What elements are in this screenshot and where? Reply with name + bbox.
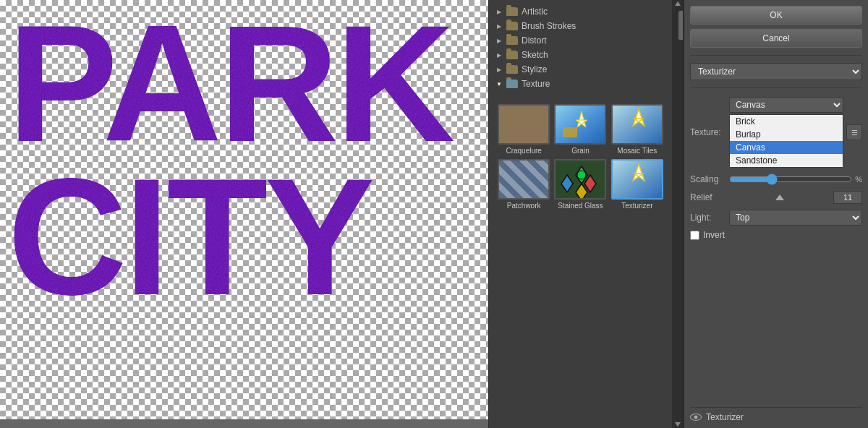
thumb-craquelure[interactable]: Craquelure: [498, 104, 550, 155]
texture-menu-button[interactable]: ☰: [846, 124, 862, 140]
arrow-icon-texture: ▼: [495, 80, 503, 88]
filter-item-texture[interactable]: ▼ Texture: [489, 77, 672, 91]
patchwork-preview: [499, 160, 548, 198]
thumb-label-texturizer: Texturizer: [621, 202, 652, 210]
right-panel: OK Cancel Texturizer Texture: Canvas Bri…: [684, 0, 868, 428]
filter-item-artistic[interactable]: ▶ Artistic: [489, 4, 672, 19]
thumb-stained-glass[interactable]: Stained Glass: [554, 159, 606, 210]
texture-param-row: Texture: Canvas Brick Burlap Canvas Sand…: [690, 97, 862, 168]
bottom-filter-bar: Texturizer: [690, 407, 862, 422]
dropdown-item-brick[interactable]: Brick: [730, 115, 843, 128]
bottom-filter-label: Texturizer: [706, 412, 744, 422]
thumb-grain[interactable]: Grain: [554, 104, 606, 155]
arrow-icon-stylize: ▶: [495, 65, 503, 74]
thumb-img-craquelure: [498, 104, 550, 145]
thumb-img-grain: [554, 104, 606, 145]
filter-type-row: Texturizer: [690, 63, 862, 80]
dropdown-item-canvas[interactable]: Canvas: [730, 141, 843, 154]
filter-list: ▶ Artistic ▶ Brush Strokes ▶ Distort ▶: [489, 0, 672, 95]
arrow-icon-artistic: ▶: [495, 7, 503, 16]
canvas-preview: PARK CITY: [0, 0, 488, 419]
texture-select[interactable]: Canvas: [729, 97, 843, 113]
light-label: Light:: [690, 213, 726, 223]
thumb-img-mosaic: [611, 104, 663, 145]
filter-type-select[interactable]: Texturizer: [690, 63, 862, 80]
filter-label-distort: Distort: [522, 35, 547, 46]
filter-label-sketch: Sketch: [522, 50, 548, 60]
scroll-thumb[interactable]: [678, 11, 684, 40]
relief-slider-arrow[interactable]: [775, 194, 784, 200]
texturizer-svg: [613, 160, 663, 200]
filter-panel: ▶ Artistic ▶ Brush Strokes ▶ Distort ▶: [488, 0, 684, 428]
relief-value: 11: [833, 191, 862, 204]
thumb-label-grain: Grain: [571, 147, 589, 155]
folder-icon-brush: [506, 22, 518, 30]
cancel-button[interactable]: Cancel: [690, 29, 862, 48]
arrow-icon-brush: ▶: [495, 22, 503, 30]
filter-panel-scrollbar[interactable]: [672, 0, 683, 428]
scroll-down-arrow[interactable]: [675, 422, 681, 427]
thumb-img-texturizer: [611, 159, 663, 200]
texture-grid: Craquelure: [495, 98, 666, 215]
dropdown-item-sandstone[interactable]: Sandstone: [730, 154, 843, 167]
mosaic-svg: [613, 106, 663, 145]
thumb-label-patchwork: Patchwork: [507, 202, 541, 210]
texture-select-container: Canvas Brick Burlap Canvas Sandstone: [729, 97, 843, 168]
thumb-img-stained: [554, 159, 606, 200]
texture-dropdown: Brick Burlap Canvas Sandstone: [729, 114, 843, 168]
texture-section: Craquelure: [489, 95, 672, 218]
thumb-label-mosaic: Mosaic Tiles: [617, 147, 657, 155]
folder-icon-artistic: [506, 7, 518, 16]
divider-2: [690, 87, 862, 88]
folder-icon-texture: [506, 80, 518, 88]
thumb-img-patchwork: [498, 159, 550, 200]
filter-item-distort[interactable]: ▶ Distort: [489, 33, 672, 48]
relief-row: Relief 11: [690, 191, 862, 204]
divider-1: [690, 55, 862, 56]
text-overlay: PARK CITY: [0, 0, 488, 419]
eye-icon[interactable]: [690, 414, 702, 421]
craquelure-preview: [499, 106, 548, 143]
scroll-up-arrow[interactable]: [675, 1, 681, 6]
filter-label-brush: Brush Strokes: [522, 21, 576, 31]
light-select[interactable]: Top: [729, 210, 862, 226]
arrow-icon-distort: ▶: [495, 36, 503, 45]
filter-item-sketch[interactable]: ▶ Sketch: [489, 48, 672, 62]
thumb-texturizer[interactable]: Texturizer: [611, 159, 663, 210]
filter-item-stylize[interactable]: ▶ Stylize: [489, 62, 672, 77]
stained-svg: [556, 160, 606, 200]
folder-icon-stylize: [506, 65, 518, 74]
folder-icon-sketch: [506, 51, 518, 59]
thumb-patchwork[interactable]: Patchwork: [498, 159, 550, 210]
percent-label: %: [855, 175, 862, 184]
ok-button[interactable]: OK: [690, 6, 862, 25]
relief-label: Relief: [690, 192, 726, 202]
filter-label-artistic: Artistic: [522, 7, 548, 17]
scaling-row: Scaling %: [690, 174, 862, 185]
thumb-label-stained: Stained Glass: [558, 202, 603, 210]
svg-rect-3: [563, 127, 577, 137]
invert-checkbox[interactable]: [690, 231, 699, 240]
invert-label: Invert: [703, 230, 725, 240]
arrow-icon-sketch: ▶: [495, 51, 503, 59]
invert-row: Invert: [690, 230, 862, 240]
scaling-slider[interactable]: [729, 174, 852, 185]
menu-icon: ☰: [851, 129, 858, 137]
light-row: Light: Top: [690, 210, 862, 226]
scaling-label: Scaling: [690, 174, 726, 184]
svg-point-9: [577, 171, 586, 179]
texture-param-label: Texture:: [690, 127, 726, 137]
text-line-park: PARK: [0, 7, 452, 160]
filter-label-stylize: Stylize: [522, 64, 547, 74]
dropdown-item-burlap[interactable]: Burlap: [730, 128, 843, 141]
filter-label-texture: Texture: [522, 79, 550, 89]
thumb-label-craquelure: Craquelure: [506, 147, 541, 155]
thumb-mosaic-tiles[interactable]: Mosaic Tiles: [611, 104, 663, 155]
folder-icon-distort: [506, 36, 518, 45]
text-line-city: CITY: [0, 160, 372, 314]
filter-item-brush-strokes[interactable]: ▶ Brush Strokes: [489, 19, 672, 33]
grain-svg: [556, 106, 606, 145]
canvas-area: PARK CITY: [0, 0, 488, 428]
